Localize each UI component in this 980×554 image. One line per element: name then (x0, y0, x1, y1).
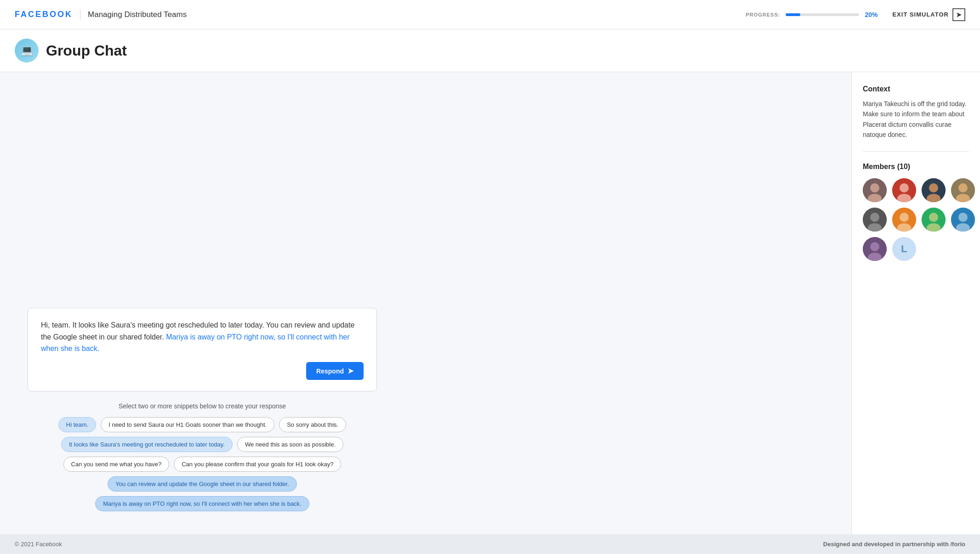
snippet-chip-send-saura[interactable]: I need to send Saura our H1 Goals sooner… (101, 417, 274, 432)
member-avatar-8 (951, 208, 975, 232)
header-left: FACEBOOK Managing Distributed Teams (15, 9, 187, 20)
snippets-row-4: You can review and update the Google she… (28, 476, 377, 492)
svg-point-4 (900, 183, 909, 192)
member-avatar-6 (892, 208, 916, 232)
member-avatar-4 (951, 178, 975, 202)
snippets-row-3: Can you send me what you have? Can you p… (28, 457, 377, 472)
footer-brand: /forio (951, 541, 966, 548)
member-avatar-9 (863, 237, 887, 261)
snippet-chip-hi-team[interactable]: Hi team. (58, 417, 96, 432)
footer-credit-plain: Designed and developed in partnership wi… (823, 541, 951, 548)
members-title: Members (10) (863, 163, 969, 171)
respond-arrow-icon: ➤ (348, 367, 353, 375)
context-text: Mariya Takeuchi is off the grid today. M… (863, 99, 969, 140)
member-avatar-7 (922, 208, 946, 232)
header: FACEBOOK Managing Distributed Teams PROG… (0, 0, 980, 29)
snippets-row-5: Mariya is away on PTO right now, so I'll… (28, 496, 377, 511)
progress-bar-container (786, 13, 859, 16)
snippet-chip-google-sheet[interactable]: You can review and update the Google she… (108, 476, 297, 492)
context-title: Context (863, 85, 969, 93)
progress-section: PROGRESS: 20% (746, 11, 877, 18)
progress-bar-fill (786, 13, 800, 16)
svg-point-10 (958, 183, 968, 192)
snippets-section: Select two or more snippets below to cre… (28, 402, 377, 516)
snippet-chip-mariya-pto[interactable]: Mariya is away on PTO right now, so I'll… (95, 496, 309, 511)
main-layout: Hi, team. It looks like Saura's meeting … (0, 72, 980, 534)
respond-label: Respond (316, 367, 344, 375)
svg-point-13 (870, 213, 879, 222)
footer: © 2021 Facebook Designed and developed i… (0, 534, 980, 554)
snippet-chip-asap[interactable]: We need this as soon as possible. (237, 437, 343, 452)
snippet-chip-send-what[interactable]: Can you send me what you have? (63, 457, 170, 472)
footer-credit: Designed and developed in partnership wi… (823, 541, 965, 548)
members-grid: L (863, 178, 969, 261)
snippets-instruction: Select two or more snippets below to cre… (28, 402, 377, 410)
member-avatar-3 (922, 178, 946, 202)
member-avatar-1 (863, 178, 887, 202)
svg-point-16 (900, 213, 909, 222)
svg-point-1 (870, 183, 879, 192)
svg-point-25 (870, 242, 879, 251)
snippet-chip-rescheduled[interactable]: It looks like Saura's meeting got resche… (61, 437, 233, 452)
respond-button[interactable]: Respond ➤ (306, 362, 364, 380)
facebook-logo: FACEBOOK (15, 10, 73, 19)
exit-simulator-label: EXIT SIMULATOR (892, 11, 949, 18)
snippets-row-1: Hi team. I need to send Saura our H1 Goa… (28, 417, 377, 432)
sidebar-divider (863, 151, 969, 152)
progress-pct: 20% (865, 11, 877, 18)
header-divider (80, 9, 80, 20)
page-icon: 💻 (15, 39, 39, 62)
message-respond-row: Respond ➤ (41, 362, 364, 380)
member-avatar-2 (892, 178, 916, 202)
message-text: Hi, team. It looks like Saura's meeting … (41, 319, 364, 355)
header-right: PROGRESS: 20% EXIT SIMULATOR ➤ (746, 8, 965, 21)
member-avatar-5 (863, 208, 887, 232)
exit-simulator-button[interactable]: EXIT SIMULATOR ➤ (892, 8, 965, 21)
member-avatar-10: L (892, 237, 916, 261)
svg-point-7 (929, 183, 938, 192)
message-box: Hi, team. It looks like Saura's meeting … (28, 308, 377, 391)
progress-label: PROGRESS: (746, 12, 780, 17)
svg-point-22 (958, 213, 968, 222)
chat-area: Hi, team. It looks like Saura's meeting … (0, 72, 851, 534)
page-title: Group Chat (46, 42, 127, 59)
exit-arrow-icon: ➤ (952, 8, 965, 21)
snippet-chip-sorry[interactable]: So sorry about this. (279, 417, 346, 432)
right-sidebar: Context Mariya Takeuchi is off the grid … (851, 72, 980, 534)
snippets-row-2: It looks like Saura's meeting got resche… (28, 437, 377, 452)
snippet-chip-confirm-goals[interactable]: Can you please confirm that your goals f… (174, 457, 341, 472)
header-course-title: Managing Distributed Teams (88, 10, 187, 19)
footer-copyright: © 2021 Facebook (15, 541, 62, 548)
page-title-bar: 💻 Group Chat (0, 29, 980, 72)
svg-point-19 (929, 213, 938, 222)
